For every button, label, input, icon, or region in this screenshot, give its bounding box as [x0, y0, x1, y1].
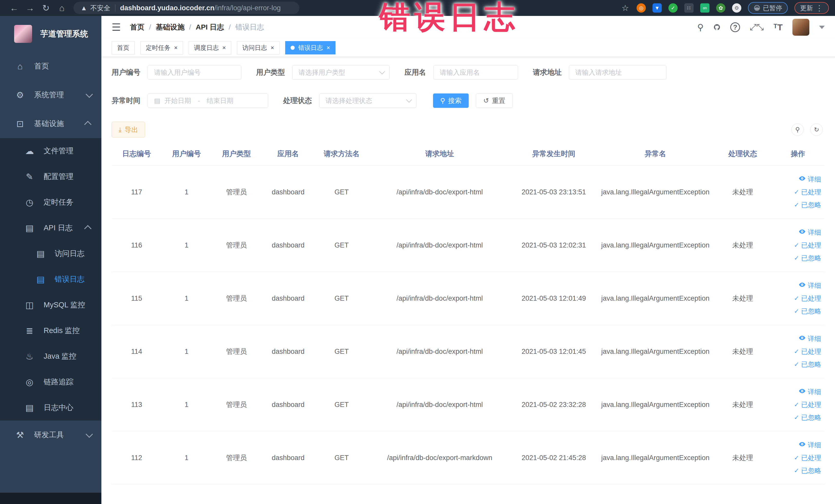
extension-icon-orange[interactable]: ◎ [636, 3, 646, 13]
status-select[interactable]: 请选择处理状态 [319, 94, 416, 108]
sidebar-item-infra[interactable]: ⊡基础设施 [0, 109, 101, 138]
tab-access-log[interactable]: 访问日志× [237, 41, 280, 55]
date-range-picker[interactable]: ▤ 开始日期 - 结束日期 [148, 94, 268, 108]
action-processed-link[interactable]: ✓已处理 [773, 188, 821, 197]
action-ignored-link[interactable]: ✓已忽略 [773, 466, 821, 475]
search-button[interactable]: ⚲ 搜索 [433, 94, 469, 108]
tab-close-icon[interactable]: × [222, 45, 226, 51]
update-chip[interactable]: 更新 ⋮ [794, 2, 829, 14]
home-nav-icon[interactable]: ⌂ [54, 3, 70, 13]
tab-home[interactable]: 首页 [111, 41, 135, 55]
column-header: 用户类型 [211, 142, 261, 166]
extension-icon-blue-shield[interactable]: ▼ [652, 3, 662, 13]
app-name-cell: dashboard [261, 272, 315, 325]
security-warning-icon[interactable]: ▲ [81, 4, 87, 12]
security-label[interactable]: 不安全 [90, 4, 110, 13]
breadcrumb-item[interactable]: API 日志 [196, 22, 224, 32]
sidebar-item-log-center[interactable]: ▤日志中心 [0, 395, 101, 421]
search-icon[interactable]: ⚲ [697, 22, 704, 32]
sidebar-item-error-log[interactable]: ▤错误日志 [0, 266, 101, 292]
tab-error-log[interactable]: 错误日志× [285, 41, 335, 55]
chevron-down-icon [406, 97, 412, 103]
app-name-input[interactable] [433, 65, 518, 80]
sidebar-item-access-log[interactable]: ▤访问日志 [0, 241, 101, 266]
toggle-search-button[interactable]: ⚲ [791, 123, 804, 136]
sidebar-item-api-log[interactable]: ▤API 日志 [0, 215, 101, 241]
back-icon[interactable]: ← [6, 3, 22, 13]
user-menu-caret-icon[interactable] [819, 26, 825, 29]
breadcrumb-item[interactable]: 首页 [130, 22, 144, 32]
action-ignored-link[interactable]: ✓已忽略 [773, 360, 821, 369]
request-url-input[interactable] [569, 65, 666, 80]
action-ignored-link[interactable]: ✓已忽略 [773, 254, 821, 263]
tab-close-icon[interactable]: × [326, 45, 330, 51]
tab-close-icon[interactable]: × [270, 45, 274, 51]
extension-icon-grid[interactable]: ∷ [684, 3, 694, 13]
action-ignored-link[interactable]: ✓已忽略 [773, 413, 821, 422]
paused-chip[interactable]: 😀 已暂停 [748, 2, 788, 14]
address-bar[interactable]: ▲ 不安全 dashboard.yudao.iocoder.cn /infra/… [74, 2, 299, 14]
action-detail-link[interactable]: 详细 [773, 387, 821, 397]
sidebar-item-file-mgmt[interactable]: ☁文件管理 [0, 138, 101, 164]
refresh-table-button[interactable]: ↻ [810, 123, 823, 136]
action-detail-link[interactable]: 详细 [773, 281, 821, 290]
extension-icon-on-badge[interactable]: on [700, 3, 710, 13]
action-detail-link[interactable]: 详细 [773, 334, 821, 343]
request-url-field[interactable] [575, 68, 660, 77]
sidebar-item-mysql-monitor[interactable]: ◫MySQL 监控 [0, 292, 101, 318]
logo-row: 芋道管理系统 [0, 16, 101, 52]
forward-icon[interactable]: → [22, 3, 38, 13]
status-cell: 未处理 [714, 272, 771, 325]
user-id-input[interactable] [148, 65, 241, 80]
status-cell: 未处理 [714, 325, 771, 378]
app-name-field[interactable] [440, 68, 512, 77]
api-log-icon: ▤ [24, 223, 36, 233]
sidebar-item-config-mgmt[interactable]: ✎配置管理 [0, 164, 101, 189]
action-processed-link[interactable]: ✓已处理 [773, 453, 821, 462]
tab-schedule-log[interactable]: 调度日志× [189, 41, 231, 55]
sidebar-toggle-icon[interactable]: ☰ [111, 21, 121, 33]
mysql-icon: ◫ [24, 300, 36, 310]
user-id-field[interactable] [154, 68, 235, 77]
action-detail-link[interactable]: 详细 [773, 228, 821, 237]
main-area: ☰ 首页/基础设施/API 日志/错误日志 ⚲ ? ⤢⤡ ᵀT 首页定时任务×调… [101, 16, 835, 504]
sidebar-item-scheduled-task[interactable]: ◷定时任务 [0, 189, 101, 215]
github-icon[interactable] [713, 24, 720, 31]
sidebar-item-java-monitor[interactable]: ♨Java 监控 [0, 344, 101, 369]
action-detail-link[interactable]: 详细 [773, 441, 821, 449]
action-processed-link[interactable]: ✓已处理 [773, 347, 821, 356]
sidebar-item-redis-monitor[interactable]: ≣Redis 监控 [0, 318, 101, 344]
help-icon[interactable]: ? [730, 22, 740, 32]
tab-scheduled-task[interactable]: 定时任务× [140, 41, 183, 55]
reload-icon[interactable]: ↻ [38, 3, 54, 13]
user-avatar[interactable] [792, 19, 809, 36]
breadcrumb-item[interactable]: 基础设施 [156, 22, 185, 32]
extension-icon-leaf[interactable]: ✿ [716, 3, 726, 13]
action-processed-link[interactable]: ✓已处理 [773, 294, 821, 303]
sidebar-item-dev-tools[interactable]: ⚒研发工具 [0, 421, 101, 449]
action-processed-link[interactable]: ✓已处理 [773, 241, 821, 250]
fullscreen-icon[interactable]: ⤢⤡ [750, 22, 763, 32]
reset-button[interactable]: ↺ 重置 [476, 94, 513, 108]
request-url-cell: /api/infra/db-doc/export-html [368, 378, 511, 431]
exception-time-cell: 2021-05-02 23:32:28 [511, 378, 596, 431]
app-name-cell: dashboard [261, 219, 315, 272]
chevron-up-icon [84, 225, 91, 233]
bookmark-star-icon[interactable]: ☆ [621, 3, 630, 13]
sidebar-item-home[interactable]: ⌂首页 [0, 52, 101, 81]
extensions-puzzle-icon[interactable]: ⚙ [732, 3, 741, 13]
export-button[interactable]: ⤓ 导出 [111, 122, 145, 138]
font-size-icon[interactable]: ᵀT [774, 22, 783, 32]
column-header: 操作 [771, 142, 825, 166]
action-ignored-link[interactable]: ✓已忽略 [773, 201, 821, 209]
log-id-cell: 114 [111, 325, 161, 378]
action-ignored-link[interactable]: ✓已忽略 [773, 307, 821, 316]
tab-close-icon[interactable]: × [174, 45, 178, 51]
sidebar-item-system-mgmt[interactable]: ⚙系统管理 [0, 81, 101, 109]
user-type-select[interactable]: 请选择用户类型 [292, 65, 390, 80]
sidebar-item-trace[interactable]: ◎链路追踪 [0, 369, 101, 395]
access-log-icon: ▤ [35, 248, 46, 259]
action-detail-link[interactable]: 详细 [773, 175, 821, 184]
extension-icon-green-check[interactable]: ✓ [668, 3, 678, 13]
action-processed-link[interactable]: ✓已处理 [773, 400, 821, 409]
